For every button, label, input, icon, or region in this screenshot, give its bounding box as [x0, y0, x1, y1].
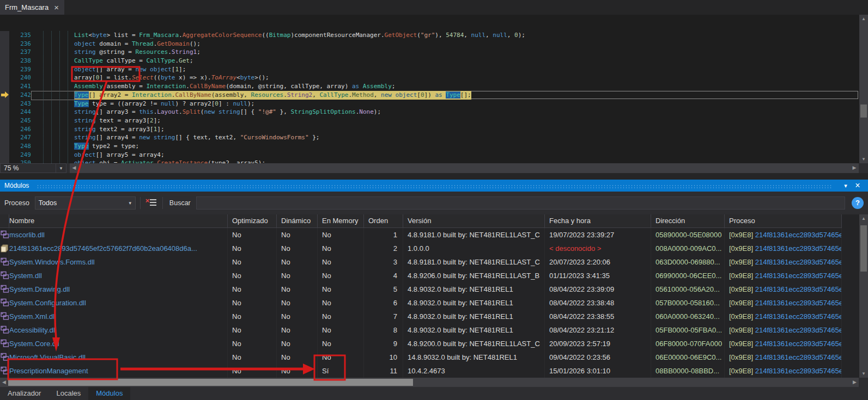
- code-line[interactable]: 242Type[] array2 = Interaction.CallByNam…: [0, 91, 859, 100]
- breakpoint-margin[interactable]: [0, 151, 9, 159]
- tab-close-icon[interactable]: ×: [54, 3, 59, 11]
- column-header-direccion[interactable]: Dirección: [651, 214, 725, 227]
- table-row[interactable]: Microsoft.VisualBasic.dllNoNoNo1014.8.90…: [0, 350, 842, 364]
- module-name[interactable]: Accessibility.dll: [9, 323, 228, 337]
- module-name[interactable]: Microsoft.VisualBasic.dll: [9, 350, 228, 364]
- table-row[interactable]: PrescriptionManagementNoNoSí1110.4.2.467…: [0, 364, 842, 378]
- column-header-orden[interactable]: Orden: [364, 214, 403, 227]
- hscroll-right-icon[interactable]: ▶: [851, 378, 859, 387]
- table-scroll-thumb[interactable]: [860, 225, 867, 272]
- code-line[interactable]: 246string text2 = array3[1];: [0, 125, 859, 134]
- tab-analizador[interactable]: Analizador: [0, 387, 48, 400]
- column-header-fecha[interactable]: Fecha y hora: [545, 214, 651, 227]
- module-name[interactable]: System.dll: [9, 269, 228, 282]
- breakpoint-margin[interactable]: [0, 82, 9, 91]
- code-line[interactable]: 250object obj = Activator.CreateInstance…: [0, 159, 859, 163]
- column-header-proceso[interactable]: Proceso: [725, 214, 842, 227]
- column-header-gutter[interactable]: [0, 214, 9, 227]
- code-line[interactable]: 235List<byte> list = Frm_Mascara.Aggrega…: [0, 31, 859, 40]
- zoom-level-select[interactable]: 75 %: [0, 163, 56, 173]
- search-input[interactable]: [196, 196, 845, 210]
- column-header-version[interactable]: Versión: [403, 214, 545, 227]
- code-line[interactable]: 247string[] array4 = new string[] { text…: [0, 133, 859, 142]
- code-line[interactable]: 239object[] array = new object[1];: [0, 65, 859, 74]
- tab-frm-mascara[interactable]: Frm_Mascara ×: [0, 0, 64, 15]
- process-dropdown[interactable]: Todos ▾: [35, 196, 136, 210]
- cell-dinamico: No: [277, 310, 318, 323]
- table-row[interactable]: Accessibility.dllNoNoNo84.8.9032.0 built…: [0, 323, 842, 337]
- table-row[interactable]: System.dllNoNoNo44.8.9206.0 built by: NE…: [0, 269, 842, 282]
- code-line[interactable]: 240array[0] = list.Select((byte x) => x)…: [0, 73, 859, 82]
- breakpoint-margin[interactable]: [0, 116, 9, 125]
- module-name[interactable]: System.Xml.dll: [9, 310, 228, 323]
- table-row[interactable]: System.Drawing.dllNoNoNo54.8.9032.0 buil…: [0, 282, 842, 296]
- selection-margin: [31, 151, 41, 159]
- code-line[interactable]: 248Type type2 = type;: [0, 142, 859, 151]
- scroll-up-icon[interactable]: ▲: [859, 216, 868, 221]
- editor-scroll-thumb[interactable]: [860, 104, 867, 118]
- breakpoint-margin[interactable]: [0, 65, 9, 74]
- table-row[interactable]: mscorlib.dllNoNoNo14.8.9181.0 built by: …: [0, 228, 842, 242]
- column-header-en_memory[interactable]: En Memory: [318, 214, 364, 227]
- code-line[interactable]: 245string text = array3[2];: [0, 116, 859, 125]
- breakpoint-margin[interactable]: [0, 48, 9, 57]
- editor-horizontal-scrollbar[interactable]: [78, 163, 850, 173]
- table-row[interactable]: System.Windows.Forms.dllNoNoNo34.8.9181.…: [0, 255, 842, 269]
- zoom-dropdown-icon[interactable]: ▾: [56, 163, 66, 173]
- module-icon: [0, 255, 9, 269]
- hscroll-left-icon[interactable]: ◀: [0, 378, 8, 387]
- breakpoint-margin[interactable]: [0, 100, 9, 108]
- breakpoint-margin[interactable]: [0, 73, 9, 82]
- table-vertical-scrollbar[interactable]: ▲ ▼: [859, 214, 868, 378]
- cell-version: 4.8.9181.0 built by: NET481REL1LAST_C: [403, 255, 545, 269]
- breakpoint-margin[interactable]: [0, 108, 9, 116]
- breakpoint-margin[interactable]: [0, 159, 9, 163]
- table-row[interactable]: System.Xml.dllNoNoNo74.8.9032.0 built by…: [0, 310, 842, 323]
- module-name[interactable]: System.Core.dll: [9, 337, 228, 350]
- column-header-dinamico[interactable]: Dinámico: [277, 214, 318, 227]
- code-line[interactable]: 238CallType callType = CallType.Get;: [0, 57, 859, 65]
- module-name[interactable]: System.Configuration.dll: [9, 296, 228, 310]
- cell-version: 14.8.9032.0 built by: NET481REL1: [403, 350, 545, 364]
- window-position-icon[interactable]: ▾: [840, 182, 852, 189]
- tab-locales[interactable]: Locales: [48, 387, 88, 400]
- hscroll-right-icon[interactable]: ▶: [850, 163, 859, 173]
- hscroll-left-icon[interactable]: ◀: [70, 163, 78, 173]
- code-line[interactable]: 241Assembly assembly = Interaction.CallB…: [0, 82, 859, 91]
- breakpoint-margin[interactable]: [0, 133, 9, 142]
- module-name[interactable]: 214f81361ecc2893d57465ef2c57662f7d60b2ea…: [9, 242, 228, 255]
- module-name[interactable]: PrescriptionManagement: [9, 364, 228, 378]
- scroll-down-icon[interactable]: ▼: [859, 157, 868, 162]
- module-name[interactable]: mscorlib.dll: [9, 228, 228, 242]
- table-row[interactable]: System.Configuration.dllNoNoNo64.8.9032.…: [0, 296, 842, 310]
- breakpoint-margin[interactable]: [0, 125, 9, 134]
- column-header-optimizado[interactable]: Optimizado: [228, 214, 277, 227]
- breakpoint-margin[interactable]: [0, 142, 9, 151]
- code-text: object obj = Activator.CreateInstance(ty…: [74, 159, 265, 163]
- scroll-down-icon[interactable]: ▼: [859, 371, 868, 376]
- editor-vertical-scrollbar[interactable]: ▲ ▼: [859, 15, 868, 163]
- table-horizontal-scrollbar[interactable]: ◀ ▶: [0, 378, 868, 387]
- modules-title-bar[interactable]: Módulos ▾ ×: [0, 180, 868, 192]
- breakpoint-margin[interactable]: [0, 57, 9, 65]
- column-options-button[interactable]: ×: [145, 197, 158, 209]
- selection-margin: [31, 133, 41, 142]
- breakpoint-margin[interactable]: [0, 40, 9, 48]
- table-hscroll-thumb[interactable]: [8, 379, 413, 386]
- help-button[interactable]: ?: [852, 197, 864, 209]
- code-line[interactable]: 236object domain = Thread.GetDomain();: [0, 40, 859, 48]
- code-line[interactable]: 244string[] array3 = this.Layout.Split(n…: [0, 108, 859, 116]
- code-line[interactable]: 237string @string = Resources.String1;: [0, 48, 859, 57]
- code-line[interactable]: 249object[] array5 = array4;: [0, 151, 859, 159]
- code-editor[interactable]: 235List<byte> list = Frm_Mascara.Aggrega…: [0, 15, 868, 163]
- breakpoint-margin[interactable]: [0, 31, 9, 40]
- column-header-nombre[interactable]: Nombre: [9, 214, 228, 227]
- table-row[interactable]: 214f81361ecc2893d57465ef2c57662f7d60b2ea…: [0, 242, 842, 255]
- module-name[interactable]: System.Windows.Forms.dll: [9, 255, 228, 269]
- table-row[interactable]: System.Core.dllNoNoNo94.8.9200.0 built b…: [0, 337, 842, 350]
- module-name[interactable]: System.Drawing.dll: [9, 282, 228, 296]
- close-panel-icon[interactable]: ×: [852, 181, 864, 190]
- scroll-up-icon[interactable]: ▲: [859, 16, 868, 21]
- tab-modulos[interactable]: Módulos: [88, 387, 130, 400]
- code-line[interactable]: 243Type type = ((array2 != null) ? array…: [0, 100, 859, 108]
